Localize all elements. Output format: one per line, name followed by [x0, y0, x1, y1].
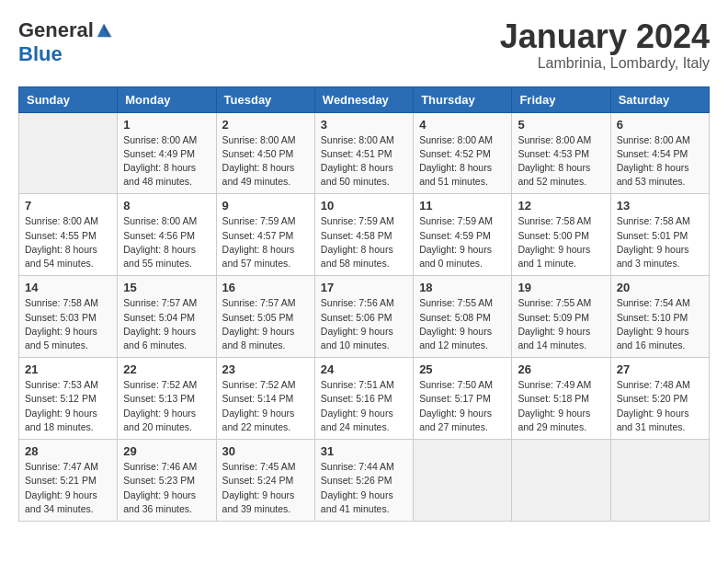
- title-area: January 2024 Lambrinia, Lombardy, Italy: [500, 18, 710, 72]
- day-number: 8: [123, 199, 210, 213]
- day-number: 10: [321, 199, 407, 213]
- logo: General Blue: [18, 18, 112, 66]
- day-number: 28: [25, 444, 111, 458]
- col-thursday: Thursday: [414, 86, 512, 112]
- table-row: 5Sunrise: 8:00 AMSunset: 4:53 PMDaylight…: [512, 112, 610, 194]
- day-number: 23: [222, 362, 309, 376]
- day-number: 24: [321, 362, 407, 376]
- table-row: 1Sunrise: 8:00 AMSunset: 4:49 PMDaylight…: [118, 112, 216, 194]
- day-number: 14: [25, 281, 111, 294]
- day-info: Sunrise: 7:52 AMSunset: 5:14 PMDaylight:…: [222, 378, 309, 434]
- table-row: 31Sunrise: 7:44 AMSunset: 5:26 PMDayligh…: [314, 440, 413, 522]
- day-info: Sunrise: 8:00 AMSunset: 4:53 PMDaylight:…: [518, 133, 604, 190]
- day-number: 5: [518, 118, 604, 132]
- table-row: [19, 112, 118, 194]
- col-sunday: Sunday: [19, 86, 118, 112]
- calendar-week-row: 1Sunrise: 8:00 AMSunset: 4:49 PMDaylight…: [19, 112, 710, 194]
- day-number: 9: [222, 199, 309, 213]
- day-number: 15: [123, 281, 210, 294]
- table-row: 17Sunrise: 7:56 AMSunset: 5:06 PMDayligh…: [314, 276, 413, 358]
- table-row: 8Sunrise: 8:00 AMSunset: 4:56 PMDaylight…: [118, 194, 216, 276]
- day-number: 1: [123, 118, 210, 132]
- table-row: 4Sunrise: 8:00 AMSunset: 4:52 PMDaylight…: [414, 112, 512, 194]
- table-row: 12Sunrise: 7:58 AMSunset: 5:00 PMDayligh…: [512, 194, 610, 276]
- day-info: Sunrise: 8:00 AMSunset: 4:52 PMDaylight:…: [419, 133, 506, 190]
- day-number: 30: [222, 444, 309, 458]
- day-info: Sunrise: 7:59 AMSunset: 4:59 PMDaylight:…: [419, 214, 506, 270]
- logo-general: General: [18, 18, 94, 42]
- day-info: Sunrise: 7:59 AMSunset: 4:58 PMDaylight:…: [321, 214, 407, 270]
- day-info: Sunrise: 7:57 AMSunset: 5:04 PMDaylight:…: [123, 296, 210, 352]
- page-header: General Blue January 2024 Lambrinia, Lom…: [18, 18, 710, 72]
- col-wednesday: Wednesday: [314, 86, 413, 112]
- table-row: 19Sunrise: 7:55 AMSunset: 5:09 PMDayligh…: [512, 276, 610, 358]
- day-info: Sunrise: 8:00 AMSunset: 4:50 PMDaylight:…: [222, 133, 309, 190]
- day-info: Sunrise: 7:48 AMSunset: 5:20 PMDaylight:…: [617, 378, 703, 434]
- calendar-week-row: 14Sunrise: 7:58 AMSunset: 5:03 PMDayligh…: [19, 276, 710, 358]
- day-info: Sunrise: 7:55 AMSunset: 5:08 PMDaylight:…: [419, 296, 506, 352]
- table-row: 10Sunrise: 7:59 AMSunset: 4:58 PMDayligh…: [314, 194, 413, 276]
- col-monday: Monday: [118, 86, 216, 112]
- table-row: 26Sunrise: 7:49 AMSunset: 5:18 PMDayligh…: [512, 358, 610, 440]
- day-number: 7: [25, 199, 111, 213]
- table-row: 30Sunrise: 7:45 AMSunset: 5:24 PMDayligh…: [216, 440, 314, 522]
- day-number: 6: [617, 118, 703, 132]
- day-number: 27: [617, 362, 703, 376]
- col-saturday: Saturday: [610, 86, 709, 112]
- table-row: 24Sunrise: 7:51 AMSunset: 5:16 PMDayligh…: [314, 358, 413, 440]
- day-info: Sunrise: 7:58 AMSunset: 5:03 PMDaylight:…: [25, 296, 111, 352]
- table-row: 21Sunrise: 7:53 AMSunset: 5:12 PMDayligh…: [19, 358, 118, 440]
- day-info: Sunrise: 7:53 AMSunset: 5:12 PMDaylight:…: [25, 378, 111, 434]
- day-info: Sunrise: 8:00 AMSunset: 4:54 PMDaylight:…: [617, 133, 703, 190]
- logo-icon: [96, 22, 112, 39]
- day-info: Sunrise: 7:51 AMSunset: 5:16 PMDaylight:…: [321, 378, 407, 434]
- table-row: 22Sunrise: 7:52 AMSunset: 5:13 PMDayligh…: [118, 358, 216, 440]
- day-info: Sunrise: 7:57 AMSunset: 5:05 PMDaylight:…: [222, 296, 309, 352]
- table-row: 28Sunrise: 7:47 AMSunset: 5:21 PMDayligh…: [19, 440, 118, 522]
- calendar-header-row: Sunday Monday Tuesday Wednesday Thursday…: [19, 86, 710, 112]
- calendar-week-row: 28Sunrise: 7:47 AMSunset: 5:21 PMDayligh…: [19, 440, 710, 522]
- day-info: Sunrise: 7:58 AMSunset: 5:01 PMDaylight:…: [617, 214, 703, 270]
- day-number: 16: [222, 281, 309, 294]
- day-info: Sunrise: 7:46 AMSunset: 5:23 PMDaylight:…: [123, 460, 210, 516]
- table-row: 6Sunrise: 8:00 AMSunset: 4:54 PMDaylight…: [610, 112, 709, 194]
- day-number: 11: [419, 199, 506, 213]
- table-row: 15Sunrise: 7:57 AMSunset: 5:04 PMDayligh…: [118, 276, 216, 358]
- calendar-week-row: 7Sunrise: 8:00 AMSunset: 4:55 PMDaylight…: [19, 194, 710, 276]
- day-info: Sunrise: 8:00 AMSunset: 4:49 PMDaylight:…: [123, 133, 210, 190]
- table-row: 14Sunrise: 7:58 AMSunset: 5:03 PMDayligh…: [19, 276, 118, 358]
- day-number: 2: [222, 118, 309, 132]
- day-number: 18: [419, 281, 506, 294]
- day-number: 22: [123, 362, 210, 376]
- day-number: 21: [25, 362, 111, 376]
- day-info: Sunrise: 7:52 AMSunset: 5:13 PMDaylight:…: [123, 378, 210, 434]
- table-row: 9Sunrise: 7:59 AMSunset: 4:57 PMDaylight…: [216, 194, 314, 276]
- day-info: Sunrise: 7:50 AMSunset: 5:17 PMDaylight:…: [419, 378, 506, 434]
- day-number: 31: [321, 444, 407, 458]
- day-info: Sunrise: 7:55 AMSunset: 5:09 PMDaylight:…: [518, 296, 604, 352]
- calendar-table: Sunday Monday Tuesday Wednesday Thursday…: [18, 86, 710, 522]
- table-row: 7Sunrise: 8:00 AMSunset: 4:55 PMDaylight…: [19, 194, 118, 276]
- col-tuesday: Tuesday: [216, 86, 314, 112]
- day-info: Sunrise: 7:56 AMSunset: 5:06 PMDaylight:…: [321, 296, 407, 352]
- table-row: 3Sunrise: 8:00 AMSunset: 4:51 PMDaylight…: [314, 112, 413, 194]
- table-row: [414, 440, 512, 522]
- logo-blue: Blue: [18, 42, 63, 66]
- day-info: Sunrise: 7:47 AMSunset: 5:21 PMDaylight:…: [25, 460, 111, 516]
- day-info: Sunrise: 8:00 AMSunset: 4:56 PMDaylight:…: [123, 214, 210, 270]
- day-number: 25: [419, 362, 506, 376]
- col-friday: Friday: [512, 86, 610, 112]
- table-row: [610, 440, 709, 522]
- day-number: 12: [518, 199, 604, 213]
- table-row: 13Sunrise: 7:58 AMSunset: 5:01 PMDayligh…: [610, 194, 709, 276]
- table-row: 16Sunrise: 7:57 AMSunset: 5:05 PMDayligh…: [216, 276, 314, 358]
- table-row: 25Sunrise: 7:50 AMSunset: 5:17 PMDayligh…: [414, 358, 512, 440]
- table-row: 2Sunrise: 8:00 AMSunset: 4:50 PMDaylight…: [216, 112, 314, 194]
- day-number: 20: [617, 281, 703, 294]
- day-number: 13: [617, 199, 703, 213]
- day-info: Sunrise: 8:00 AMSunset: 4:55 PMDaylight:…: [25, 214, 111, 270]
- day-info: Sunrise: 7:58 AMSunset: 5:00 PMDaylight:…: [518, 214, 604, 270]
- table-row: 29Sunrise: 7:46 AMSunset: 5:23 PMDayligh…: [118, 440, 216, 522]
- day-number: 19: [518, 281, 604, 294]
- day-info: Sunrise: 7:54 AMSunset: 5:10 PMDaylight:…: [617, 296, 703, 352]
